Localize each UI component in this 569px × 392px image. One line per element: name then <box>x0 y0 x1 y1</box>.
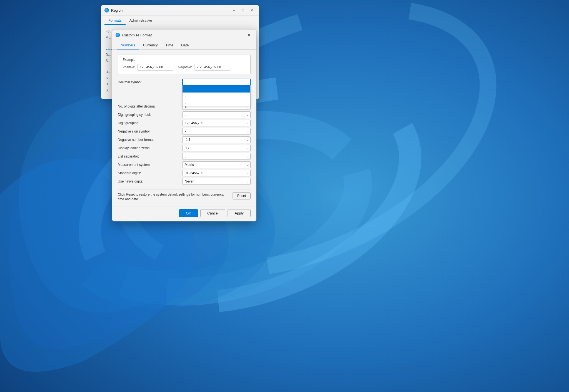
setting-label-measurement: Measurement system: <box>118 163 179 167</box>
setting-row-decimal-symbol: Decimal symbol: ⌄ . , . <box>118 79 251 86</box>
customize-dialog: Customise Format ✕ Numbers Currency Time… <box>112 29 256 221</box>
example-label: Example <box>123 58 246 62</box>
setting-label-decimal-symbol: Decimal symbol: <box>118 80 179 84</box>
region-tab-formats[interactable]: Formats <box>104 17 126 25</box>
setting-label-leading-zeros: Display leading zeros: <box>118 146 179 150</box>
dialog-footer: OK Cancel Apply <box>112 206 256 221</box>
apply-button[interactable]: Apply <box>228 209 251 217</box>
setting-row-digit-grouping: Digit grouping: 123,456,789 ⌄ <box>118 120 251 126</box>
region-close-button[interactable]: ✕ <box>248 8 256 13</box>
example-positive-label: Positive: <box>123 65 135 69</box>
reset-button[interactable]: Reset <box>233 192 251 199</box>
negative-format-dropdown[interactable]: -1.1 <box>182 136 251 143</box>
example-negative-field: Negative: -123,456,789.00 <box>178 64 230 71</box>
region-tab-administrative[interactable]: Administrative <box>126 17 156 25</box>
setting-row-digit-grouping-symbol: Digit grouping symbol: , ⌄ <box>118 111 251 118</box>
setting-control-standard-digits: 0123456789 ⌄ <box>182 170 251 176</box>
setting-label-native-digits: Use native digits: <box>118 179 179 183</box>
example-negative-value: -123,456,789.00 <box>194 64 230 71</box>
example-section: Example Positive: 123,456,789.00 Negativ… <box>118 54 251 74</box>
list-separator-dropdown[interactable]: , <box>182 153 251 160</box>
setting-row-leading-zeros: Display leading zeros: 0.7 ⌄ <box>118 145 251 151</box>
customize-titlebar: Customise Format ✕ <box>112 29 256 40</box>
customize-dialog-icon <box>116 33 120 37</box>
setting-row-negative-format: Negative number format: -1.1 ⌄ <box>118 136 251 143</box>
setting-control-negative-format: -1.1 ⌄ <box>182 136 251 143</box>
tab-time[interactable]: Time <box>162 41 177 49</box>
setting-label-negative-format: Negative number format: <box>118 138 179 142</box>
customize-tabs: Numbers Currency Time Date <box>112 40 256 50</box>
tab-numbers[interactable]: Numbers <box>117 41 139 49</box>
region-tabs: Formats Administrative <box>101 16 259 25</box>
digit-grouping-dropdown[interactable]: 123,456,789 <box>182 120 251 126</box>
decimal-option-comma[interactable]: , <box>183 93 250 99</box>
setting-label-list-separator: List separator: <box>118 154 179 158</box>
negative-sign-dropdown[interactable]: - <box>182 128 251 135</box>
region-window-icon <box>104 8 109 13</box>
setting-control-digit-grouping-symbol: , ⌄ <box>182 111 251 118</box>
decimal-option-dot-selected[interactable]: . <box>183 86 250 93</box>
decimal-dropdown-open: . , . <box>182 86 251 106</box>
standard-digits-dropdown[interactable]: 0123456789 <box>182 170 251 176</box>
cancel-button[interactable]: Cancel <box>200 209 225 217</box>
setting-control-measurement: Metric ⌄ <box>182 161 251 168</box>
setting-row-standard-digits: Standard digits: 0123456789 ⌄ <box>118 170 251 176</box>
setting-control-leading-zeros: 0.7 ⌄ <box>182 145 251 151</box>
setting-control-list-separator: , ⌄ <box>182 153 251 160</box>
leading-zeros-dropdown[interactable]: 0.7 <box>182 145 251 151</box>
example-positive-field: Positive: 123,456,789.00 <box>123 64 173 71</box>
setting-label-standard-digits: Standard digits: <box>118 171 179 175</box>
setting-label-digit-grouping: Digit grouping: <box>118 121 179 125</box>
region-window-title: Region <box>111 8 228 13</box>
settings-grid: Decimal symbol: ⌄ . , . No. of digits af… <box>118 79 251 185</box>
example-row: Positive: 123,456,789.00 Negative: -123,… <box>123 64 246 71</box>
tab-date[interactable]: Date <box>177 41 193 49</box>
decimal-symbol-input[interactable] <box>182 79 251 86</box>
setting-label-digits-after-decimal: No. of digits after decimal: <box>118 104 179 108</box>
setting-row-measurement: Measurement system: Metric ⌄ <box>118 161 251 168</box>
region-window-controls: − ☐ ✕ <box>230 8 256 13</box>
setting-row-negative-sign: Negative sign symbol: - ⌄ <box>118 128 251 135</box>
setting-control-native-digits: Never ⌄ <box>182 178 251 185</box>
region-titlebar: Region − ☐ ✕ <box>101 5 259 16</box>
customize-close-button[interactable]: ✕ <box>245 32 253 38</box>
region-maximize-button[interactable]: ☐ <box>239 8 247 13</box>
setting-row-native-digits: Use native digits: Never ⌄ <box>118 178 251 185</box>
setting-control-decimal-symbol: ⌄ . , . <box>182 79 251 86</box>
customize-body: Example Positive: 123,456,789.00 Negativ… <box>112 50 256 206</box>
native-digits-dropdown[interactable]: Never <box>182 178 251 185</box>
example-negative-label: Negative: <box>178 65 192 69</box>
customize-dialog-title: Customise Format <box>122 33 243 37</box>
setting-row-list-separator: List separator: , ⌄ <box>118 153 251 160</box>
digit-grouping-symbol-dropdown[interactable]: , <box>182 111 251 118</box>
ok-button[interactable]: OK <box>179 209 198 217</box>
decimal-option-dot-2[interactable]: . <box>183 99 250 106</box>
region-minimize-button[interactable]: − <box>230 8 238 13</box>
setting-label-negative-sign: Negative sign symbol: <box>118 129 179 133</box>
reset-note-text: Click Reset to restore the system defaul… <box>118 192 229 202</box>
measurement-dropdown[interactable]: Metric <box>182 161 251 168</box>
setting-label-digit-grouping-symbol: Digit grouping symbol: <box>118 113 179 117</box>
tab-currency[interactable]: Currency <box>139 41 162 49</box>
setting-control-negative-sign: - ⌄ <box>182 128 251 135</box>
setting-control-digit-grouping: 123,456,789 ⌄ <box>182 120 251 126</box>
example-positive-value: 123,456,789.00 <box>137 64 173 71</box>
reset-note: Click Reset to restore the system defaul… <box>118 189 251 202</box>
